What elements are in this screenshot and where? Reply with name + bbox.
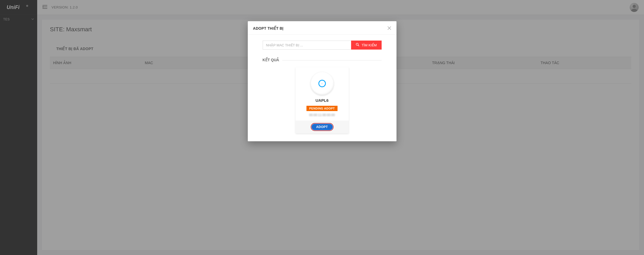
svg-line-4 [358,45,359,46]
modal-header: ADOPT THIẾT BỊ [248,21,396,35]
search-icon [356,43,359,47]
modal-overlay[interactable]: ADOPT THIẾT BỊ TÌM KIẾM KẾT QUẢ [0,0,644,255]
result-heading: KẾT QUẢ [263,58,283,62]
search-row: TÌM KIẾM [263,41,382,50]
search-button[interactable]: TÌM KIẾM [351,41,381,50]
mac-search-input[interactable] [263,41,351,50]
device-name: UAPL6 [299,98,346,103]
svg-point-3 [356,43,358,45]
device-image: U [311,72,334,95]
search-button-label: TÌM KIẾM [361,43,377,47]
device-card-footer: ADOPT [296,121,349,133]
modal-body: TÌM KIẾM KẾT QUẢ U UAPL6 PENDING ADOPT 0… [248,35,396,141]
unifi-ap-icon: U [318,80,326,87]
device-mac: 00:00:11:00:00:00 [299,113,346,117]
result-section: KẾT QUẢ U UAPL6 PENDING ADOPT 00:00:11:0… [263,60,382,133]
device-card: U UAPL6 PENDING ADOPT 00:00:11:00:00:00 … [296,67,349,133]
close-icon[interactable] [387,26,391,31]
app-root: UniFi TES VERSION: 1.2.0 SITE: Maxsmart [0,0,644,255]
adopt-device-modal: ADOPT THIẾT BỊ TÌM KIẾM KẾT QUẢ [248,21,396,141]
status-badge: PENDING ADOPT [306,106,337,111]
device-card-body: U UAPL6 PENDING ADOPT 00:00:11:00:00:00 [296,67,349,121]
modal-title: ADOPT THIẾT BỊ [253,26,284,30]
adopt-button[interactable]: ADOPT [312,124,333,130]
